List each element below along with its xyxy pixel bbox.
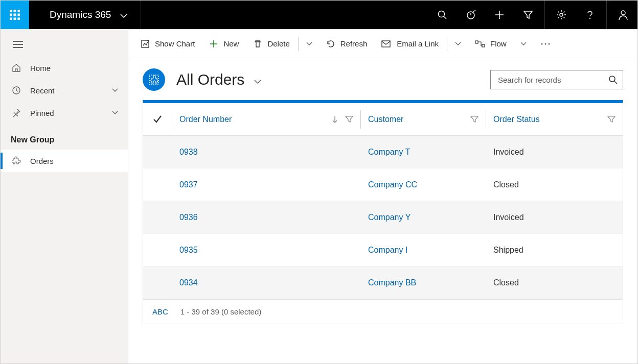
chevron-down-icon [111, 88, 119, 93]
delete-split-button[interactable] [300, 41, 319, 46]
task-button[interactable] [457, 1, 485, 29]
column-header-order[interactable]: Order Number [172, 103, 360, 135]
cell-customer[interactable]: Company I [361, 234, 486, 266]
svg-point-33 [609, 76, 615, 82]
view-selector[interactable]: All Orders [176, 71, 262, 88]
sidebar-item-label: Recent [30, 86, 102, 95]
account-button[interactable] [609, 1, 637, 29]
sidebar-item-recent[interactable]: Recent [1, 79, 128, 102]
record-count: 1 - 39 of 39 (0 selected) [180, 307, 261, 316]
email-link-button[interactable]: Email a Link [374, 30, 446, 58]
add-button[interactable] [485, 1, 514, 29]
svg-point-16 [560, 13, 563, 16]
svg-point-17 [589, 18, 590, 19]
refresh-button[interactable]: Refresh [319, 30, 375, 58]
sidebar-group-header: New Group [1, 124, 128, 150]
svg-point-9 [439, 11, 445, 17]
flow-icon [475, 40, 485, 47]
puzzle-icon [12, 156, 21, 165]
table-row[interactable]: 0935Company IShipped [143, 234, 623, 266]
cmd-label: Delete [267, 39, 289, 48]
sidebar-item-label: Pinned [30, 109, 102, 117]
filter-icon[interactable] [607, 115, 616, 124]
view-title-text: All Orders [176, 71, 244, 88]
sidebar-item-home[interactable]: Home [1, 57, 128, 79]
alpha-jump[interactable]: ABC [152, 307, 168, 316]
email-split-button[interactable] [448, 41, 468, 46]
search-button[interactable] [428, 1, 457, 29]
cell-status: Closed [486, 266, 623, 299]
help-button[interactable] [576, 1, 604, 29]
cell-status: Invoiced [486, 136, 623, 168]
row-checkbox[interactable] [143, 234, 172, 266]
new-button[interactable]: New [202, 30, 246, 58]
row-checkbox[interactable] [143, 201, 172, 233]
app-launcher-button[interactable] [1, 1, 29, 29]
svg-rect-0 [10, 10, 12, 12]
settings-button[interactable] [547, 1, 576, 29]
svg-rect-4 [14, 14, 16, 16]
trash-icon [253, 39, 262, 48]
svg-rect-7 [14, 18, 16, 20]
column-label: Order Number [179, 115, 232, 124]
home-icon [12, 63, 21, 72]
table-row[interactable]: 0938Company TInvoiced [143, 136, 623, 168]
pin-icon [12, 108, 21, 117]
svg-rect-27 [475, 41, 478, 43]
clock-icon [12, 86, 21, 95]
column-label: Order Status [493, 115, 540, 124]
delete-button[interactable]: Delete [246, 30, 297, 58]
product-switcher[interactable]: Dynamics 365 [29, 1, 141, 29]
entity-icon [143, 68, 165, 91]
overflow-button[interactable] [533, 42, 558, 45]
row-checkbox[interactable] [143, 136, 172, 168]
cell-customer[interactable]: Company T [361, 136, 486, 168]
chevron-down-icon [254, 79, 262, 85]
cell-order[interactable]: 0936 [172, 201, 360, 233]
sidebar-item-pinned[interactable]: Pinned [1, 102, 128, 124]
column-header-status[interactable]: Order Status [486, 103, 623, 135]
svg-rect-3 [10, 14, 12, 16]
cell-order[interactable]: 0938 [172, 136, 360, 168]
filter-button[interactable] [514, 1, 542, 29]
refresh-icon [326, 39, 335, 48]
search-icon[interactable] [608, 75, 618, 84]
cmd-label: Email a Link [397, 39, 439, 48]
cell-customer[interactable]: Company CC [361, 168, 486, 201]
row-checkbox[interactable] [143, 168, 172, 201]
cell-customer[interactable]: Company Y [361, 201, 486, 233]
cell-status: Invoiced [486, 201, 623, 233]
svg-line-10 [444, 16, 446, 19]
cell-order[interactable]: 0934 [172, 266, 360, 299]
show-chart-button[interactable]: Show Chart [133, 30, 202, 58]
product-name: Dynamics 365 [50, 9, 111, 20]
hamburger-button[interactable] [1, 32, 128, 57]
flow-button[interactable]: Flow [468, 30, 514, 58]
svg-point-29 [541, 43, 542, 44]
cmd-label: Flow [490, 39, 507, 48]
svg-line-34 [614, 81, 617, 84]
sidebar-item-orders[interactable]: Orders [1, 150, 128, 172]
svg-rect-5 [18, 14, 20, 16]
record-search[interactable] [490, 70, 623, 89]
filter-icon[interactable] [470, 115, 478, 124]
row-checkbox[interactable] [143, 266, 172, 299]
table-row[interactable]: 0936Company YInvoiced [143, 201, 623, 234]
flow-split-button[interactable] [514, 41, 533, 46]
email-icon [381, 40, 392, 48]
select-all-checkbox[interactable] [143, 103, 172, 135]
cell-order[interactable]: 0937 [172, 168, 360, 201]
search-input[interactable] [498, 76, 608, 84]
column-header-customer[interactable]: Customer [361, 103, 486, 135]
cmd-label: Refresh [340, 39, 368, 48]
cell-customer[interactable]: Company BB [361, 266, 486, 299]
svg-rect-6 [10, 18, 12, 20]
sort-down-icon [332, 115, 338, 124]
table-row[interactable]: 0934Company BBClosed [143, 266, 623, 299]
cmd-label: New [223, 39, 239, 48]
cell-order[interactable]: 0935 [172, 234, 360, 266]
filter-icon[interactable] [345, 115, 353, 124]
table-row[interactable]: 0937Company CCClosed [143, 168, 623, 201]
svg-rect-8 [18, 18, 20, 20]
grid-footer: ABC 1 - 39 of 39 (0 selected) [143, 299, 623, 324]
